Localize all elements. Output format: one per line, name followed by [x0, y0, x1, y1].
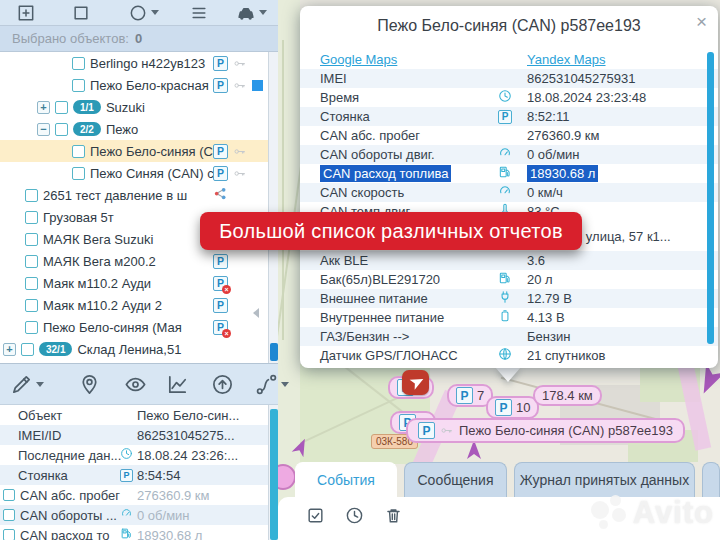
map-badge[interactable]: 178.4 км: [533, 385, 602, 406]
checkbox[interactable]: [25, 299, 38, 312]
popup-row-value: 8:52:11: [527, 109, 569, 124]
details-scrollbar[interactable]: [268, 405, 278, 540]
checkbox[interactable]: [25, 189, 38, 202]
tree-item-label: Berlingo н422ув123: [90, 56, 205, 71]
tab-2[interactable]: Сообщения: [404, 462, 507, 497]
tree-item[interactable]: Маяк м110.2 Ауди 2P: [0, 294, 268, 316]
chevron-down-icon[interactable]: [259, 10, 267, 15]
expand-icon[interactable]: +: [37, 101, 50, 114]
checkbox[interactable]: [3, 509, 15, 521]
checkbox[interactable]: [3, 489, 15, 501]
details-row[interactable]: Последние дан...18.08.24 23:26:...: [0, 445, 268, 465]
circle-button[interactable]: [128, 3, 159, 23]
car-button[interactable]: [236, 3, 267, 23]
details-row[interactable]: СтоянкаP8:54:54: [0, 465, 268, 485]
details-value: 18.08.24 23:26:...: [137, 448, 238, 463]
checkbox[interactable]: [55, 101, 68, 114]
popup-row[interactable]: Время18.08.2024 23:23:48: [300, 88, 718, 107]
popup-row[interactable]: CAN абс. пробег276360.9 км: [300, 126, 718, 145]
checkbox[interactable]: [72, 57, 85, 70]
map-badge[interactable]: P10: [486, 396, 539, 419]
vehicle-marker-icon[interactable]: [402, 370, 429, 395]
details-row[interactable]: CAN абс. пробег276360.9 км: [0, 485, 268, 505]
add-button[interactable]: [16, 3, 36, 23]
popup-row[interactable]: CAN расход топлива18930.68 л: [300, 164, 718, 183]
details-row[interactable]: ОбъектПежо Бело-син...: [0, 405, 268, 425]
upload-button[interactable]: [211, 373, 234, 396]
tree-item[interactable]: Пежо Бело-краснаяP: [0, 74, 268, 96]
popup-row[interactable]: Внутреннее питание4.13 В: [300, 308, 718, 327]
square-button[interactable]: [71, 3, 91, 23]
checkbox[interactable]: [21, 343, 34, 356]
popup-row[interactable]: Внешнее питание12.79 В: [300, 289, 718, 308]
collapse-icon[interactable]: −: [37, 123, 50, 136]
tab-1[interactable]: События: [295, 462, 397, 497]
checkbox[interactable]: [3, 529, 15, 540]
checkbox[interactable]: [25, 255, 38, 268]
popup-row-value: 18.08.2024 23:23:48: [527, 90, 646, 105]
popup-row[interactable]: CAN обороты двиг.0 об/мин: [300, 145, 718, 164]
expand-icon[interactable]: +: [3, 343, 16, 356]
tree-item-label: Пежо Бело-красная: [90, 78, 209, 93]
checkbox[interactable]: [25, 233, 38, 246]
details-row[interactable]: CAN расход то18930.68 л: [0, 525, 268, 540]
checkbox[interactable]: [25, 321, 38, 334]
tree-item[interactable]: +1/1Suzuki: [0, 96, 268, 118]
color-swatch-icon: [252, 80, 263, 91]
tab-3[interactable]: Журнал принятых данных: [514, 462, 695, 497]
popup-row[interactable]: Google MapsYandex Maps: [300, 50, 718, 69]
tree-item[interactable]: Маяк м110.2 АудиP×: [0, 272, 268, 294]
tree-item[interactable]: Berlingo н422ув123P: [0, 52, 268, 74]
close-icon[interactable]: ×: [696, 12, 707, 31]
chevron-down-icon[interactable]: [36, 382, 44, 387]
popup-row[interactable]: Датчик GPS/ГЛОНАСС21 спутников: [300, 346, 718, 365]
parking-icon: P: [213, 298, 228, 313]
checkbox[interactable]: [25, 277, 38, 290]
tree-scrollbar-thumb[interactable]: [270, 343, 278, 361]
pencil-button[interactable]: [10, 373, 44, 396]
checkbox[interactable]: [72, 79, 85, 92]
popup-row[interactable]: ГАЗ/Бензин -->Бензин: [300, 327, 718, 346]
google-maps-link[interactable]: Google Maps: [320, 52, 397, 67]
popup-row-value: 862531045275931: [527, 71, 635, 86]
tree-item[interactable]: МАЯК Вега м200.2P: [0, 250, 268, 272]
details-row[interactable]: IMEI/ID862531045275...: [0, 425, 268, 445]
tree-item[interactable]: Пежо Бело-синяя (МаяP×: [0, 316, 268, 338]
trash-button[interactable]: [384, 506, 403, 525]
chevron-down-icon[interactable]: [151, 10, 159, 15]
chevron-down-icon[interactable]: [281, 382, 289, 387]
checkbox[interactable]: [72, 145, 85, 158]
tree-item[interactable]: +32/1Склад Ленина,51: [0, 338, 268, 360]
checkbox[interactable]: [55, 123, 68, 136]
route-button[interactable]: [255, 373, 289, 396]
key-icon: [439, 424, 455, 437]
tree-item[interactable]: Пежо Бело-синяя (СP: [0, 140, 268, 162]
popup-row[interactable]: Акк BLE3.6: [300, 251, 718, 270]
collapse-panel-icon[interactable]: [253, 308, 259, 318]
tree-scrollbar[interactable]: [268, 52, 278, 363]
popup-row[interactable]: Бак(65л)BLE29172020 л: [300, 270, 718, 289]
watermark-logo: [591, 493, 631, 533]
checkbox[interactable]: [72, 167, 85, 180]
pin-button[interactable]: [78, 373, 101, 396]
eye-button[interactable]: [124, 373, 147, 396]
list-button[interactable]: [189, 3, 209, 23]
details-scrollbar-thumb[interactable]: [270, 409, 278, 540]
popup-row[interactable]: IMEI862531045275931: [300, 69, 718, 88]
popup-row[interactable]: СтоянкаP8:52:11: [300, 107, 718, 126]
tree-item[interactable]: Пежо Синяя (CAN) сP: [0, 162, 268, 184]
tree-item[interactable]: 2651 тест давление в ш: [0, 184, 268, 206]
popup-row[interactable]: CAN скорость0 км/ч: [300, 183, 718, 202]
popup-scrollbar[interactable]: [707, 52, 714, 344]
tab-overflow[interactable]: [702, 462, 720, 497]
popup-row-label: Внутреннее питание: [320, 310, 444, 325]
checkbox[interactable]: [25, 211, 38, 224]
map-badge[interactable]: PПежо Бело-синяя (CAN) p587ee193: [406, 418, 685, 443]
tree-item[interactable]: −2/2Пежо: [0, 118, 268, 140]
clock-button[interactable]: [345, 506, 364, 525]
details-row[interactable]: CAN обороты ...0 об/мин: [0, 505, 268, 525]
clock-icon: [498, 89, 512, 106]
chart-button[interactable]: [166, 373, 189, 396]
check-button[interactable]: [306, 506, 325, 525]
yandex-maps-link[interactable]: Yandex Maps: [527, 52, 606, 67]
